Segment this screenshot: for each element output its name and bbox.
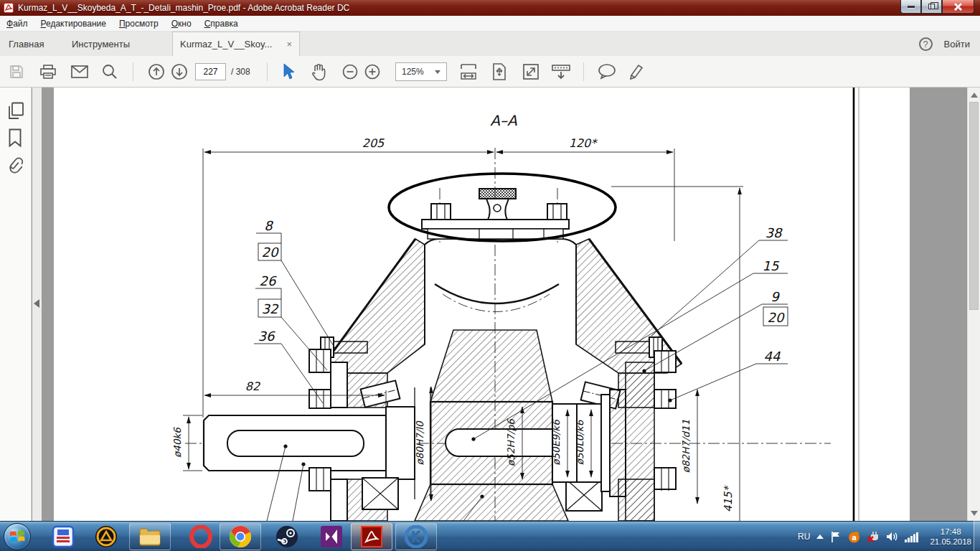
scrollbar-thumb[interactable] [969,102,979,310]
menu-edit[interactable]: Редактирование [34,16,113,32]
tab-document[interactable]: Kurmaz_L_V__Skoy... × [172,32,300,56]
callout-36: 36 [258,329,275,344]
document-area: A–A 205 120* 82 8 20 26 32 36 38 15 9 20… [42,88,967,521]
tab-tools[interactable]: Инструменты [72,32,130,56]
show-desktop-button[interactable] [974,521,980,551]
close-button[interactable] [942,0,974,14]
output-journals [552,390,626,496]
help-icon[interactable]: ? [919,37,933,51]
fit-cover-bore: ø82H7/d11 [680,420,692,473]
taskbar-aimp[interactable] [93,524,119,550]
fullscreen-icon[interactable] [522,63,540,80]
sign-in-button[interactable]: Войти [944,39,970,50]
collapse-panel-icon[interactable] [34,299,39,308]
callout-15: 15 [763,258,780,273]
callout-32: 32 [262,301,279,316]
network-disconnected-icon[interactable] [867,531,880,543]
signal-strength-icon[interactable] [905,532,919,542]
kompas-icon [405,525,428,548]
taskbar-acrobat[interactable] [351,523,392,550]
fit-width-icon[interactable] [460,63,477,80]
callout-8: 8 [264,218,273,233]
fit-hub-bore: ø52H7/p6 [505,418,517,466]
chrome-icon [229,525,252,548]
restore-button[interactable] [921,0,942,14]
breather-cap [422,189,569,239]
acrobat-reader-icon [361,526,382,547]
taskbar-save-tool[interactable] [50,524,76,550]
print-icon[interactable] [39,64,57,80]
tab-close-icon[interactable]: × [286,39,292,50]
page-total-label: / 308 [231,56,250,88]
aimp-icon [95,525,118,548]
scroll-up-icon[interactable] [971,93,978,98]
engineering-drawing: A–A 205 120* 82 8 20 26 32 36 38 15 9 20… [54,88,910,521]
page-thumbnails-icon[interactable] [8,102,24,120]
windows-flag-icon [9,529,25,545]
visual-studio-icon [320,525,343,548]
volume-icon[interactable] [886,531,898,542]
taskbar-visual-studio[interactable] [319,524,344,550]
window-titlebar[interactable]: Kurmaz_L_V__Skoybeda_A_T_-_Detali_mashin… [0,0,980,16]
search-icon[interactable] [102,64,118,80]
start-button[interactable] [4,523,31,550]
tray-date: 21.05.2018 [930,537,971,547]
opera-icon [189,525,212,548]
svg-text:a: a [852,533,857,541]
callout-38: 38 [765,225,783,240]
select-tool-icon[interactable] [281,63,296,80]
bookmarks-icon[interactable] [8,128,22,147]
minimize-button[interactable] [900,0,921,14]
taskbar-kompas[interactable] [395,523,437,550]
menu-file[interactable]: Файл [0,16,34,32]
dim-205: 205 [362,136,385,150]
taskbar: RU a [0,521,980,551]
taskbar-explorer[interactable] [129,523,171,550]
callout-9: 9 [771,289,780,304]
menu-help[interactable]: Справка [198,16,245,32]
save-icon[interactable] [9,64,24,80]
zoom-level-value: 125% [402,67,424,77]
menu-window[interactable]: Окно [165,16,198,32]
vertical-scrollbar [967,88,980,521]
navigation-sidebar [0,88,32,521]
previous-page-icon[interactable] [148,63,165,80]
dim-120: 120* [569,136,598,150]
menu-view[interactable]: Просмотр [113,16,165,32]
restore-icon [928,4,935,9]
email-icon[interactable] [71,65,88,78]
callout-20: 20 [262,245,279,260]
language-indicator[interactable]: RU [798,532,810,542]
taskbar-steam[interactable] [274,524,300,550]
clock[interactable]: 17:48 21.05.2018 [930,527,971,547]
steam-icon [275,525,298,548]
fit-journal-outer: ø50L0/k6 [574,419,585,465]
zoom-out-icon[interactable] [342,64,358,80]
acrobat-app-icon [4,3,14,13]
tab-home[interactable]: Главная [9,32,44,56]
callout-44: 44 [764,349,781,364]
tab-document-label: Kurmaz_L_V__Skoy... [180,39,272,50]
page-number-input[interactable] [195,63,226,80]
dim-82: 82 [245,380,261,393]
hand-tool-icon[interactable] [310,62,327,81]
panel-strip [32,88,42,521]
zoom-level-dropdown[interactable]: 125% [395,62,447,81]
taskbar-chrome[interactable] [220,523,261,550]
scroll-down-icon[interactable] [971,511,978,516]
next-page-icon[interactable] [171,63,188,80]
comment-icon[interactable] [598,63,616,80]
attachments-icon[interactable] [8,156,24,174]
avast-icon[interactable]: a [848,531,860,543]
highlighter-icon[interactable] [626,62,644,81]
fit-page-icon[interactable] [491,63,507,80]
taskbar-opera[interactable] [188,524,214,550]
gear-hub [430,402,552,484]
tray-time: 17:48 [930,527,971,537]
worm-arc [435,284,559,303]
action-center-flag-icon[interactable] [830,531,842,543]
reading-mode-icon[interactable] [551,63,571,80]
window-title: Kurmaz_L_V__Skoybeda_A_T_-_Detali_mashin… [18,3,349,13]
zoom-in-icon[interactable] [364,64,380,80]
show-hidden-icons-icon[interactable] [816,534,824,539]
